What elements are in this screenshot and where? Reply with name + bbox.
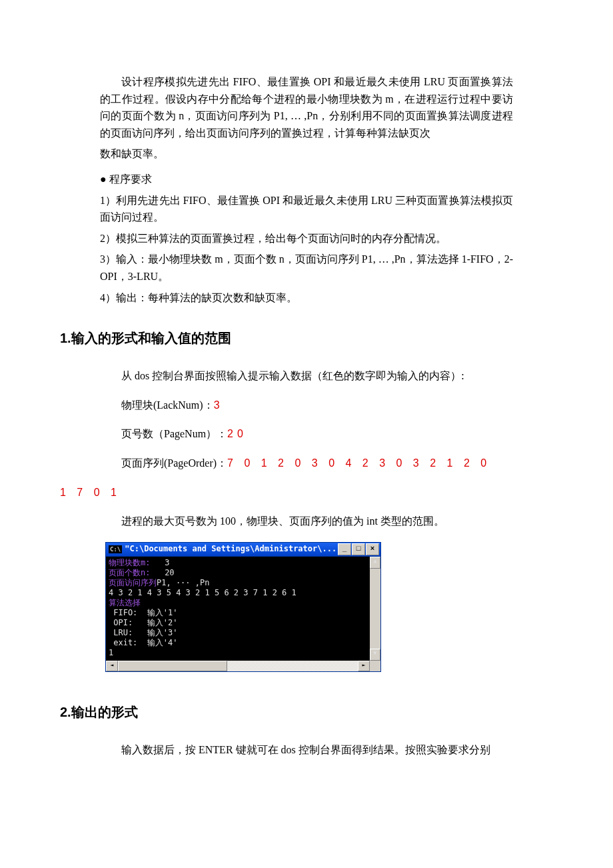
scroll-down-button[interactable]: ▼ xyxy=(370,649,380,661)
input-lacknum-value: 3 xyxy=(214,399,224,411)
console-line-exit: exit: 输入'4' xyxy=(109,638,378,648)
requirement-2: 2）模拟三种算法的页面置换过程，给出每个页面访问时的内存分配情况。 xyxy=(100,230,513,247)
console-line-choice: 1 xyxy=(109,648,378,658)
console-value-m: 3 xyxy=(150,558,169,567)
requirements-bullet: ● 程序要求 xyxy=(100,171,513,188)
console-line-n: 页面个数n: 20 xyxy=(109,568,378,578)
max-page-note: 进程的最大页号数为 100，物理块、页面序列的值为 int 类型的范围。 xyxy=(100,513,513,530)
requirement-4: 4）输出：每种算法的缺页次数和缺页率。 xyxy=(100,289,513,307)
scroll-up-button[interactable]: ▲ xyxy=(370,557,380,569)
console-label-n: 页面个数n: xyxy=(109,568,150,577)
intro-paragraph-1b: 数和缺页率。 xyxy=(100,145,513,163)
scroll-right-button[interactable]: ► xyxy=(358,661,370,671)
scroll-thumb[interactable] xyxy=(118,661,227,671)
input-pageorder-value-1: 7 0 1 2 0 3 0 4 2 3 0 3 2 1 2 0 xyxy=(227,457,490,469)
console-line-lru: LRU: 输入'3' xyxy=(109,628,378,638)
console-title-text: "C:\Documents and Settings\Administrator… xyxy=(125,543,338,555)
input-pagenum: 页号数（PageNum）：20 xyxy=(100,425,513,443)
max-page-note-c: ，物理块、页面序列的值为 int 类型的范围。 xyxy=(236,515,444,527)
console-line-m: 物理块数m: 3 xyxy=(109,558,378,568)
minimize-button[interactable]: _ xyxy=(338,543,351,555)
console-line-data: 4 3 2 1 4 3 5 4 3 2 1 5 6 2 3 7 1 2 6 1 xyxy=(109,588,378,598)
console-line-algo: 算法选择 xyxy=(109,598,378,608)
max-page-note-a: 进程的最大页号数为 xyxy=(121,515,220,527)
console-value-seq: P1, ··· ,Pn xyxy=(157,578,209,587)
console-titlebar: C:\ "C:\Documents and Settings\Administr… xyxy=(105,542,381,557)
input-pageorder-value-2: 1 7 0 1 xyxy=(60,487,121,498)
console-line-fifo: FIFO: 输入'1' xyxy=(109,608,378,618)
console-label-m: 物理块数m: xyxy=(109,558,150,567)
close-button[interactable]: × xyxy=(366,543,379,555)
console-line-opi: OPI: 输入'2' xyxy=(109,618,378,628)
scroll-track[interactable] xyxy=(118,661,358,671)
console-line-seq: 页面访问序列P1, ··· ,Pn xyxy=(109,578,378,588)
input-pagenum-label: 页号数（PageNum）： xyxy=(121,428,227,439)
section-2-paragraph: 输入数据后，按 ENTER 键就可在 dos 控制台界面得到结果。按照实验要求分… xyxy=(100,741,513,759)
console-value-n: 20 xyxy=(150,568,174,577)
console-body: 物理块数m: 3 页面个数n: 20 页面访问序列P1, ··· ,Pn 4 3… xyxy=(105,557,381,661)
requirements-block: ● 程序要求 1）利用先进先出 FIFO、最佳置换 OPI 和最近最久未使用 L… xyxy=(100,171,513,306)
max-page-note-b: 100 xyxy=(220,515,236,527)
section-2-heading: 2.输出的形式 xyxy=(60,701,513,723)
horizontal-scrollbar[interactable]: ◄ ► xyxy=(105,661,381,672)
requirement-3: 3）输入：最小物理块数 m，页面个数 n，页面访问序列 P1, … ,Pn，算法… xyxy=(100,251,513,285)
input-lacknum-label: 物理块(LackNum)： xyxy=(121,399,214,411)
input-lacknum: 物理块(LackNum)：3 xyxy=(100,397,513,414)
console-window: C:\ "C:\Documents and Settings\Administr… xyxy=(105,542,381,672)
input-pageorder: 页面序列(PageOrder)：7 0 1 2 0 3 0 4 2 3 0 3 … xyxy=(100,455,513,472)
console-app-icon: C:\ xyxy=(109,545,122,553)
input-pagenum-value: 20 xyxy=(227,428,247,439)
input-pageorder-cont: 1 7 0 1 xyxy=(60,484,513,501)
requirement-1: 1）利用先进先出 FIFO、最佳置换 OPI 和最近最久未使用 LRU 三种页面… xyxy=(100,192,513,226)
section-1-heading: 1.输入的形式和输入值的范围 xyxy=(60,327,513,349)
scroll-corner xyxy=(370,661,380,671)
document-page: 设计程序模拟先进先出 FIFO、最佳置换 OPI 和最近最久未使用 LRU 页面… xyxy=(0,0,613,802)
intro-paragraph-1: 设计程序模拟先进先出 FIFO、最佳置换 OPI 和最近最久未使用 LRU 页面… xyxy=(100,73,513,141)
scroll-left-button[interactable]: ◄ xyxy=(106,661,118,671)
console-label-seq: 页面访问序列 xyxy=(109,578,157,587)
input-pageorder-label: 页面序列(PageOrder)： xyxy=(121,457,227,469)
window-buttons: _ □ × xyxy=(338,543,379,555)
maximize-button[interactable]: □ xyxy=(352,543,365,555)
input-note: 从 dos 控制台界面按照输入提示输入数据（红色的数字即为输入的内容）: xyxy=(100,367,513,385)
vertical-scrollbar[interactable]: ▲ ▼ xyxy=(370,557,380,661)
